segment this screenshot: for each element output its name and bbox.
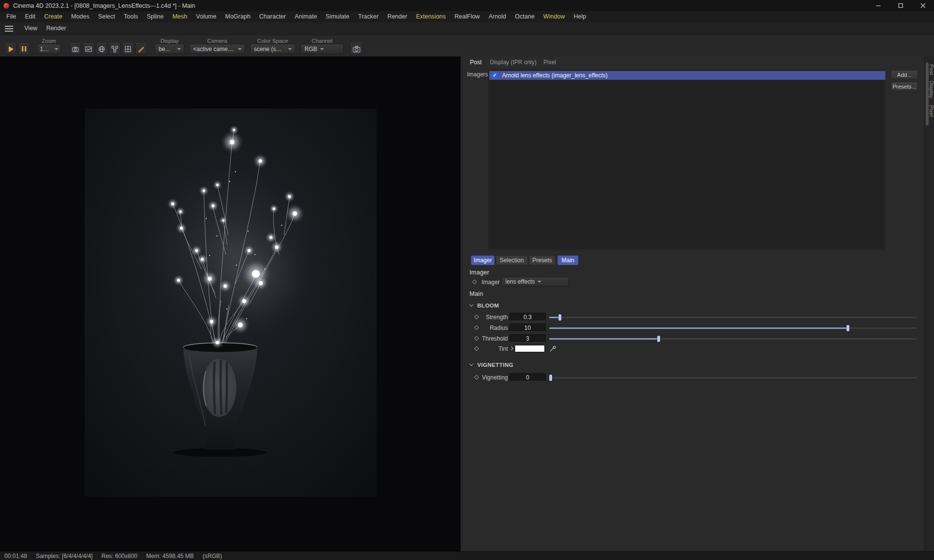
minimize-button[interactable] [867, 0, 889, 11]
grid-button[interactable] [122, 43, 134, 54]
threshold-row: Threshold 3 [462, 333, 925, 344]
tab-display-ipr[interactable]: Display (IPR only) [490, 59, 537, 66]
subtab-selection[interactable]: Selection [496, 255, 528, 265]
threshold-slider[interactable] [549, 333, 917, 344]
strength-slider[interactable] [549, 312, 917, 323]
channel-dropdown[interactable]: RGB [301, 44, 343, 54]
subtab-presets[interactable]: Presets [529, 255, 556, 265]
pause-button[interactable] [18, 43, 30, 54]
chevron-down-icon [238, 48, 242, 50]
menu-render2[interactable]: Render [42, 23, 71, 34]
nodes-button[interactable] [109, 43, 121, 54]
rail-tab-post[interactable]: Post [929, 64, 934, 75]
render-viewport[interactable] [0, 56, 461, 551]
vignetting-slider[interactable] [549, 372, 917, 383]
strength-label: Strength [477, 314, 508, 321]
vignetting-header-label: VIGNETTING [477, 362, 513, 368]
nodes-icon [111, 45, 119, 53]
zoom-dropdown[interactable]: 100 % [37, 44, 61, 54]
menu-bar: File Edit Create Modes Select Tools Spli… [0, 11, 934, 22]
rail-tab-pixel[interactable]: Pixel [929, 105, 934, 117]
window-controls [867, 0, 934, 11]
render-image [85, 108, 377, 497]
menu-extensions[interactable]: Extensions [412, 11, 450, 22]
slider-handle[interactable] [657, 336, 660, 342]
vignetting-section-header[interactable]: VIGNETTING [470, 362, 513, 368]
menu-view[interactable]: View [20, 23, 42, 34]
snapshot-button[interactable] [70, 43, 81, 54]
menu-mograph[interactable]: MoGraph [221, 11, 255, 22]
tint-color-swatch[interactable] [515, 345, 545, 352]
slider-handle[interactable] [846, 325, 849, 331]
brush-icon [137, 45, 145, 53]
list-item-lens-effects[interactable]: ✓ Arnold lens effects (imager_lens_effec… [489, 71, 885, 80]
menu-character[interactable]: Character [255, 11, 290, 22]
subtab-imager[interactable]: Imager [471, 255, 495, 265]
tab-post[interactable]: Post [470, 59, 482, 66]
menu-render[interactable]: Render [383, 11, 412, 22]
display-dropdown[interactable]: beauty [155, 44, 184, 54]
play-button[interactable] [5, 43, 17, 54]
bloom-section-header[interactable]: BLOOM [470, 303, 499, 308]
strength-input[interactable]: 0.3 [509, 313, 546, 321]
maximize-button[interactable] [889, 0, 912, 11]
menu-octane[interactable]: Octane [511, 11, 539, 22]
colorspace-group-label: Color Space [250, 38, 295, 44]
menu-realflow[interactable]: RealFlow [450, 11, 484, 22]
param-diamond-icon [472, 280, 477, 285]
menu-help[interactable]: Help [569, 11, 591, 22]
panel-rail: Post Display Pixel [924, 56, 934, 551]
rail-tab-display[interactable]: Display [929, 81, 934, 98]
camera-snapshot-button[interactable] [350, 43, 363, 55]
zoom-group-label: Zoom [37, 38, 61, 44]
add-button[interactable]: Add... [891, 70, 918, 79]
menu-volume[interactable]: Volume [192, 11, 221, 22]
vignetting-label: Vignetting [477, 374, 508, 381]
radius-slider[interactable] [549, 323, 917, 333]
strength-row: Strength 0.3 [462, 312, 925, 323]
menu-spline[interactable]: Spline [143, 11, 168, 22]
chevron-right-icon[interactable] [509, 346, 513, 350]
menu-tools[interactable]: Tools [120, 11, 143, 22]
subtab-main[interactable]: Main [557, 255, 578, 265]
menu-edit[interactable]: Edit [20, 11, 40, 22]
menu-simulate[interactable]: Simulate [322, 11, 354, 22]
threshold-input[interactable]: 3 [509, 334, 546, 343]
menu-arnold[interactable]: Arnold [484, 11, 510, 22]
menu-file[interactable]: File [2, 11, 20, 22]
menu-select[interactable]: Select [94, 11, 120, 22]
compare-image-button[interactable] [83, 43, 94, 54]
paint-button[interactable] [135, 43, 147, 54]
menu-create[interactable]: Create [40, 11, 67, 22]
camera-dropdown[interactable]: <active camera> [189, 44, 245, 54]
menu-animate[interactable]: Animate [290, 11, 322, 22]
cinema4d-window: Cinema 4D 2023.2.1 - [0808_Imagers_LensE… [0, 0, 934, 560]
rendered-scene [85, 108, 377, 497]
presets-button[interactable]: Presets... [891, 82, 918, 91]
imager-select[interactable]: lens effects [502, 277, 569, 287]
radius-input[interactable]: 10 [509, 324, 546, 332]
chevron-down-icon [288, 48, 292, 50]
chevron-down-icon [177, 48, 181, 50]
checkbox-checked-icon[interactable]: ✓ [492, 72, 498, 78]
slider-handle[interactable] [558, 314, 561, 321]
vignetting-input[interactable]: 0 [509, 373, 546, 381]
imagers-label: Imagers [467, 71, 488, 78]
hamburger-icon[interactable] [5, 26, 13, 32]
colorspace-dropdown[interactable]: scene (sRGB) [250, 44, 295, 54]
menu-tracker[interactable]: Tracker [354, 11, 383, 22]
menu-modes[interactable]: Modes [67, 11, 94, 22]
camera-icon [352, 45, 361, 54]
title-bar: Cinema 4D 2023.2.1 - [0808_Imagers_LensE… [0, 0, 934, 11]
eyedropper-button[interactable] [549, 344, 557, 354]
close-button[interactable] [912, 0, 934, 11]
menu-window[interactable]: Window [539, 11, 569, 22]
chevron-down-icon [469, 303, 473, 307]
region-button[interactable] [96, 43, 108, 54]
slider-handle[interactable] [549, 375, 552, 381]
memory-info: Mem: 4598.45 MB [146, 553, 194, 560]
resolution-info: Res: 600x800 [101, 553, 137, 560]
imagers-list[interactable]: ✓ Arnold lens effects (imager_lens_effec… [488, 70, 885, 250]
tab-pixel[interactable]: Pixel [543, 59, 556, 66]
menu-mesh[interactable]: Mesh [168, 11, 192, 22]
